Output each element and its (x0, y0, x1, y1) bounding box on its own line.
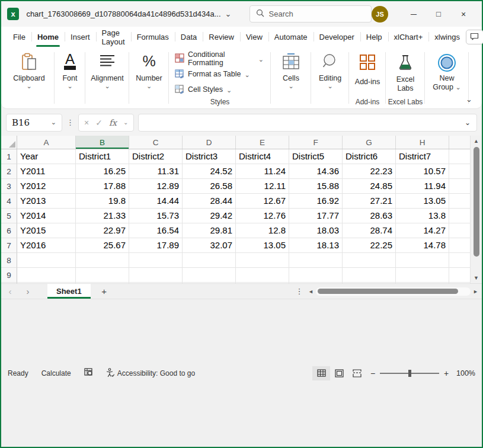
enter-check-icon[interactable]: ✓ (95, 118, 103, 127)
number-group[interactable]: % Number ⌄ (129, 47, 169, 108)
addins-group[interactable]: Add-ins Add-ins (349, 47, 386, 108)
cell-D8[interactable] (183, 253, 236, 268)
tab-view[interactable]: View (240, 27, 268, 47)
cell-G3[interactable]: 24.85 (343, 179, 396, 194)
cell-C9[interactable] (129, 268, 183, 283)
vertical-scroll-track[interactable] (471, 146, 482, 273)
cell-G2[interactable]: 22.23 (343, 164, 396, 179)
cell-B9[interactable] (76, 268, 129, 283)
tab-help[interactable]: Help (360, 27, 388, 47)
tab-page-layout[interactable]: Page Layout (96, 27, 131, 47)
col-header-D[interactable]: D (183, 136, 236, 149)
alignment-group[interactable]: Alignment ⌄ (85, 47, 129, 108)
cell-B1[interactable]: District1 (76, 149, 129, 164)
cell-F3[interactable]: 15.88 (289, 179, 343, 194)
row-header-9[interactable]: 9 (1, 268, 17, 283)
cell-F6[interactable]: 18.03 (289, 223, 343, 238)
minimize-button[interactable]: ─ (401, 4, 426, 24)
cell-F2[interactable]: 14.36 (289, 164, 343, 179)
vertical-scroll-thumb[interactable] (474, 147, 479, 257)
cell-A1[interactable]: Year (17, 149, 76, 164)
cell-H9[interactable] (396, 268, 449, 283)
cell-H3[interactable]: 11.94 (396, 179, 449, 194)
col-header-B[interactable]: B (76, 136, 129, 149)
horizontal-scrollbar[interactable]: ◄ ► (307, 284, 482, 299)
cell-G1[interactable]: District6 (343, 149, 396, 164)
cell-C3[interactable]: 12.89 (129, 179, 183, 194)
macro-record-button[interactable] (78, 368, 100, 378)
tab-insert[interactable]: Insert (65, 27, 96, 47)
zoom-in-button[interactable]: + (439, 369, 453, 378)
next-sheet-icon[interactable]: › (19, 284, 37, 299)
cell-A2[interactable]: Y2011 (17, 164, 76, 179)
sheet-more-dots-icon[interactable]: ⋮ (292, 284, 307, 299)
zoom-out-button[interactable]: − (366, 369, 380, 378)
cell-A10[interactable] (17, 283, 76, 283)
zoom-level[interactable]: 100% (453, 369, 482, 377)
tab-automate[interactable]: Automate (268, 27, 314, 47)
tab-xlchart-[interactable]: xlChart+ (388, 27, 429, 47)
cell-F1[interactable]: District5 (289, 149, 343, 164)
cell-B3[interactable]: 17.88 (76, 179, 129, 194)
horizontal-scroll-track[interactable] (316, 287, 471, 296)
cell-styles-button[interactable]: Cell Styles ⌄ (175, 82, 232, 97)
cell-D6[interactable]: 29.81 (183, 223, 236, 238)
cell-H5[interactable]: 13.8 (396, 209, 449, 223)
cell-F4[interactable]: 16.92 (289, 194, 343, 209)
cell-F5[interactable]: 17.77 (289, 209, 343, 223)
cell-D1[interactable]: District3 (183, 149, 236, 164)
cell-D10[interactable] (183, 283, 236, 283)
close-button[interactable]: × (451, 4, 476, 24)
cancel-icon[interactable]: × (84, 118, 89, 127)
cell-D7[interactable]: 32.07 (183, 238, 236, 253)
cell-C4[interactable]: 14.44 (129, 194, 183, 209)
cell-E7[interactable]: 13.05 (236, 238, 289, 253)
cell-E3[interactable]: 12.11 (236, 179, 289, 194)
row-header-8[interactable]: 8 (1, 253, 17, 268)
cell-G7[interactable]: 22.25 (343, 238, 396, 253)
cell-C7[interactable]: 17.89 (129, 238, 183, 253)
row-header-3[interactable]: 3 (1, 179, 17, 194)
row-header-4[interactable]: 4 (1, 194, 17, 209)
scroll-left-icon[interactable]: ◄ (308, 289, 314, 295)
row-header-1[interactable]: 1 (1, 149, 17, 164)
scroll-right-icon[interactable]: ► (473, 289, 478, 295)
cell-H8[interactable] (396, 253, 449, 268)
col-header-F[interactable]: F (289, 136, 343, 149)
cell-B2[interactable]: 16.25 (76, 164, 129, 179)
horizontal-scroll-thumb[interactable] (318, 289, 458, 294)
tab-file[interactable]: File (7, 27, 31, 47)
cell-G6[interactable]: 28.74 (343, 223, 396, 238)
row-header-10[interactable]: 10 (1, 283, 17, 283)
cell-G8[interactable] (343, 253, 396, 268)
col-header-A[interactable]: A (17, 136, 76, 149)
cell-E4[interactable]: 12.67 (236, 194, 289, 209)
cell-A5[interactable]: Y2014 (17, 209, 76, 223)
cell-E2[interactable]: 11.24 (236, 164, 289, 179)
sheet-tab-sheet1[interactable]: Sheet1 (47, 284, 91, 299)
cell-A4[interactable]: Y2013 (17, 194, 76, 209)
cell-H2[interactable]: 10.57 (396, 164, 449, 179)
title-chevron-down-icon[interactable]: ⌄ (225, 9, 232, 18)
cell-H4[interactable]: 13.05 (396, 194, 449, 209)
conditional-formatting-button[interactable]: Conditional Formatting ⌄ (175, 51, 264, 66)
col-header-G[interactable]: G (343, 136, 396, 149)
tab-review[interactable]: Review (203, 27, 240, 47)
name-box[interactable]: B16 ⌄ (6, 114, 62, 132)
cell-D4[interactable]: 28.44 (183, 194, 236, 209)
cell-B5[interactable]: 21.33 (76, 209, 129, 223)
tab-formulas[interactable]: Formulas (131, 27, 175, 47)
zoom-slider-handle[interactable] (408, 370, 411, 377)
formula-bar-grip-icon[interactable]: ⋮ (66, 118, 74, 127)
cell-A8[interactable] (17, 253, 76, 268)
new-sheet-plus-icon[interactable]: + (91, 284, 118, 299)
tab-developer[interactable]: Developer (314, 27, 360, 47)
cell-E5[interactable]: 12.76 (236, 209, 289, 223)
cell-H1[interactable]: District7 (396, 149, 449, 164)
cell-F10[interactable] (289, 283, 343, 283)
col-header-H[interactable]: H (396, 136, 449, 149)
select-all-corner[interactable] (1, 136, 17, 149)
normal-view-button[interactable] (312, 366, 330, 380)
cell-E1[interactable]: District4 (236, 149, 289, 164)
user-avatar[interactable]: JS (372, 6, 388, 23)
